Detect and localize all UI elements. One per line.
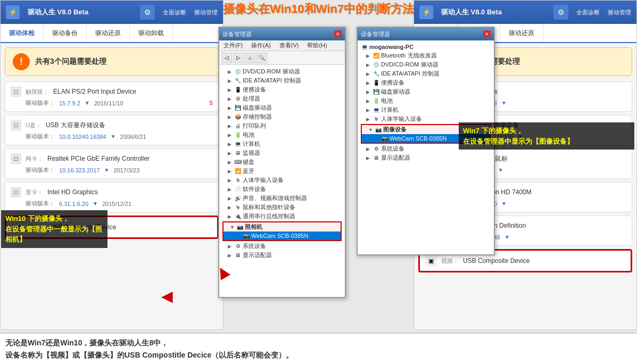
touchpad-right-dropdown[interactable]: ▼ xyxy=(498,167,503,173)
tree-disk[interactable]: ▶ 💾 磁盘驱动器 xyxy=(221,103,343,112)
tree-camera-expand[interactable]: ▼ 📷 照相机 xyxy=(224,222,341,231)
gpu-category-left: 显卡： xyxy=(26,188,43,196)
tree-hid[interactable]: ▶ 🖱 人体学输入设备 xyxy=(221,176,343,185)
devmgr-center-title: 设备管理器 xyxy=(222,30,332,38)
nic-category: 网卡： xyxy=(26,155,43,163)
tree-disk-win7[interactable]: ▶ 💾 磁盘驱动器 xyxy=(360,87,492,96)
tab-driver-restore-right[interactable]: 驱动还原 xyxy=(500,24,543,42)
left-panel-title: 驱动人生 V8.0 Beta xyxy=(28,7,88,17)
touchpad-category: 触摸板： xyxy=(26,88,49,96)
win7-annotation-text: Win7 下的摄像头，在设备管理器中显示为【图像设备】 xyxy=(463,126,630,146)
device-item-touchpad: □ 触摸板： ELAN PS/2 Port Input Device 驱动版本：… xyxy=(5,81,219,112)
gpu-name-left: Intel HD Graphics xyxy=(47,188,98,196)
devmgr-center-close[interactable]: ✕ xyxy=(334,30,342,38)
gpu-right-dropdown[interactable]: ▼ xyxy=(501,201,507,206)
right-gear-icon[interactable]: ⚙ xyxy=(553,5,568,20)
nic-version: 10.16.323.2017 xyxy=(59,167,100,173)
tab-driver-backup-left[interactable]: 驱动备份 xyxy=(44,24,87,42)
touchpad-icon: □ xyxy=(11,86,21,97)
tree-sysdev[interactable]: ▶ ⚙ 系统设备 xyxy=(221,242,343,251)
tree-webcam[interactable]: 📷 WebCam SCB-0385N xyxy=(224,231,341,240)
sound-right-dropdown[interactable]: ▼ xyxy=(504,234,510,240)
gpu-dropdown-left[interactable]: ▼ xyxy=(93,201,98,206)
usb-version: 10.0.10240.16384 xyxy=(59,134,106,140)
tree-cpu[interactable]: ▶ ⚙ 处理器 xyxy=(221,94,343,103)
tree-ide-win7[interactable]: ▶ 🔧 IDE ATA/ATAPI 控制器 xyxy=(360,69,492,78)
win7-annotation: Win7 下的摄像头，在设备管理器中显示为【图像设备】 xyxy=(459,122,634,150)
tree-mouse[interactable]: ▶ 🖱 鼠标和其他指针设备 xyxy=(221,203,343,212)
left-warning-text: 共有3个问题需要处理 xyxy=(35,57,106,67)
usb-storage-icon: □ xyxy=(11,120,21,130)
devmgr-center-window: 设备管理器 ✕ 文件(F) 操作(A) 查看(V) 帮助(H) ◁ ▷ ⌂ 🔍 … xyxy=(218,27,346,298)
devmgr-center-menubar: 文件(F) 操作(A) 查看(V) 帮助(H) xyxy=(219,40,345,51)
tree-bt-win7[interactable]: ▶ 📶 Bluetooth 无线收发器 xyxy=(360,51,492,60)
tree-computer2-win7[interactable]: ▶ 💻 计算机 xyxy=(360,105,492,114)
tree-audio[interactable]: ▶ 🔊 声音、视频和游戏控制器 xyxy=(221,194,343,203)
toolbar-forward[interactable]: ▷ xyxy=(233,53,244,63)
menu-view[interactable]: 查看(V) xyxy=(277,42,301,49)
tree-display-win7[interactable]: ▶ 🖥 显示适配器 xyxy=(360,153,492,162)
nic-version-label: 驱动版本： xyxy=(26,166,55,174)
tree-battery[interactable]: ▶ 🔋 电池 xyxy=(221,130,343,139)
tree-usb[interactable]: ▶ 🔌 通用串行总线控制器 xyxy=(221,212,343,221)
left-tab-bar: 驱动体检 驱动备份 驱动还原 驱动卸载 xyxy=(1,24,223,43)
toolbar-search[interactable]: 🔍 xyxy=(257,53,267,63)
tree-monitor[interactable]: ▶ 🖥 监视器 xyxy=(221,148,343,158)
touchpad-name: ELAN PS/2 Port Input Device xyxy=(53,88,136,95)
tree-ide[interactable]: ▶ 🔧 IDE ATA/ATAPI 控制器 xyxy=(221,76,343,85)
tree-display[interactable]: ▶ 🖥 显示适配器 xyxy=(221,251,343,260)
gpu-date-left: 2015/12/21 xyxy=(102,201,131,207)
webcam-name-center: WebCam SCB-0385N xyxy=(251,233,308,239)
tree-portable-win7[interactable]: ▶ 📱 便携设备 xyxy=(360,78,492,87)
device-item-usb: □ U盘： USB 大容量存储设备 驱动版本： 10.0.10240.16384… xyxy=(5,115,219,145)
tree-computer[interactable]: ▶ 💻 计算机 xyxy=(221,139,343,148)
left-red-arrow: ◄ xyxy=(158,285,177,308)
left-warning-icon: ! xyxy=(13,53,30,70)
tree-keyboard[interactable]: ▶ ⌨ 键盘 xyxy=(221,158,343,167)
tree-dvd[interactable]: ▶ 💿 DVD/CD-ROM 驱动器 xyxy=(221,67,343,76)
tree-print[interactable]: ▶ 🖨 打印队列 xyxy=(221,121,343,130)
win10-annotation-text: Win10 下的摄像头，在设备管理器中一般显示为【照相机】 xyxy=(5,213,103,245)
tab-driver-check-left[interactable]: 驱动体检 xyxy=(1,24,44,43)
nic-date: 2017/3/23 xyxy=(113,167,139,173)
gpu-icon: □ xyxy=(11,187,21,197)
device-item-nic: □ 网卡： Realtek PCIe GbE Family Controller… xyxy=(5,148,219,179)
menu-file[interactable]: 文件(F) xyxy=(221,42,245,49)
tree-software[interactable]: ▶ 📄 软件设备 xyxy=(221,185,343,194)
usb-version-label: 驱动版本： xyxy=(26,133,55,140)
toolbar-home[interactable]: ⌂ xyxy=(245,53,255,63)
devmgr-win7-close[interactable]: ✕ xyxy=(483,30,491,38)
touchpad-dropdown[interactable]: ▼ xyxy=(85,100,90,106)
touchpad-version-label: 驱动版本： xyxy=(26,99,55,107)
usb-category: U盘： xyxy=(26,121,42,129)
mobo-dropdown[interactable]: ▼ xyxy=(501,100,507,106)
tree-battery-win7[interactable]: ▶ 🔋 电池 xyxy=(360,96,492,105)
tree-computer-win7[interactable]: 💻 mogaowang-PC xyxy=(360,43,492,51)
tree-dvd-win7[interactable]: ▶ 💿 DVD/CD-ROM 驱动器 xyxy=(360,60,492,69)
menu-help[interactable]: 帮助(H) xyxy=(305,42,329,49)
right-menu-driver[interactable]: 驱动管理 xyxy=(608,9,631,16)
usb-dropdown[interactable]: ▼ xyxy=(111,134,116,139)
toolbar-back[interactable]: ◁ xyxy=(221,53,232,63)
nic-name: Realtek PCIe GbE Family Controller xyxy=(47,155,150,162)
main-container: 摄像头在Win10和Win7中的判断方法 ⚡ 驱动人生 V8.0 Beta ⚙ … xyxy=(0,0,637,364)
tree-portable[interactable]: ▶ 📱 便携设备 xyxy=(221,85,343,94)
tab-driver-restore-left[interactable]: 驱动还原 xyxy=(87,24,130,42)
right-usb-icon: ▣ xyxy=(425,255,437,267)
menu-action[interactable]: 操作(A) xyxy=(249,42,273,49)
bottom-line1: 无论是Win7还是Win10，摄像头在驱动人生8中， xyxy=(5,337,632,349)
bottom-line2: 设备名称为【视频】或【摄像头】的USB Compostitle Decice（以… xyxy=(5,349,632,361)
right-menu-diagnose[interactable]: 全面诊断 xyxy=(576,9,600,16)
usb-date: 2006/6/21 xyxy=(120,134,146,140)
devmgr-win7-title: 设备管理器 xyxy=(361,30,481,38)
device-item-gpu: □ 显卡： Intel HD Graphics 驱动版本： 6.31.1.6.2… xyxy=(5,182,219,212)
touchpad-date: 2016/11/10 xyxy=(94,100,123,106)
tree-storage[interactable]: ▶ 📦 存储控制器 xyxy=(221,112,343,121)
webcam-name-win7: WebCam SCB-0385N xyxy=(390,135,446,142)
right-usb-name: USB Composite Device xyxy=(463,257,530,264)
tree-bluetooth[interactable]: ▶ 📶 蓝牙 xyxy=(221,167,343,176)
left-panel-icon: ⚡ xyxy=(6,5,20,19)
nic-dropdown[interactable]: ▼ xyxy=(104,167,109,173)
tab-driver-uninstall-left[interactable]: 驱动卸载 xyxy=(130,24,173,42)
camera-section-highlight: ▼ 📷 照相机 📷 WebCam SCB-0385N xyxy=(222,221,342,241)
